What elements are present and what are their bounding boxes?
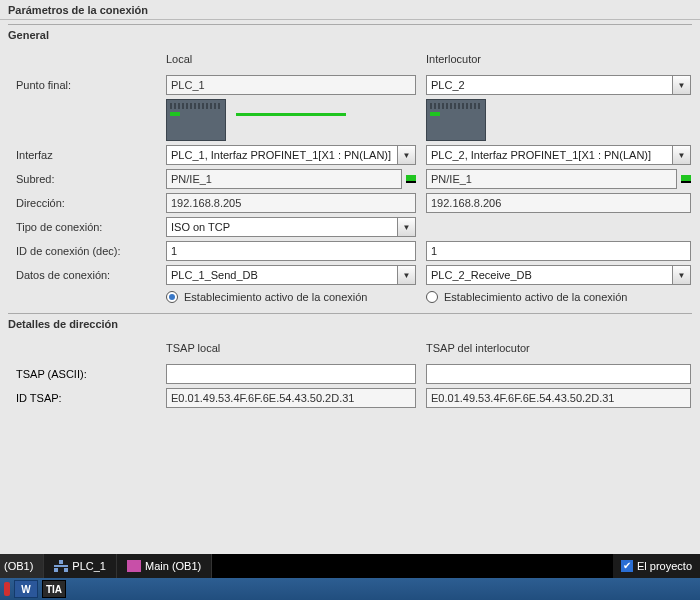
- panel-title: Parámetros de la conexión: [0, 0, 700, 20]
- label-interface: Interfaz: [16, 149, 156, 161]
- partner-device-thumbnail: [426, 99, 486, 141]
- tab-label: PLC_1: [72, 560, 106, 572]
- section-general: General: [8, 24, 692, 45]
- label-conn-type: Tipo de conexión:: [16, 221, 156, 233]
- label-id-tsap: ID TSAP:: [16, 392, 156, 404]
- label-address: Dirección:: [16, 197, 156, 209]
- column-partner-header: Interlocutor: [426, 53, 691, 71]
- local-subnet-field: [166, 169, 402, 189]
- network-indicator-icon: [406, 175, 416, 183]
- chevron-down-icon[interactable]: ▼: [398, 217, 416, 237]
- local-endpoint-field: [166, 75, 416, 95]
- partner-conn-id-field[interactable]: [426, 241, 691, 261]
- partner-active-est-radio[interactable]: [426, 291, 438, 303]
- chevron-down-icon[interactable]: ▼: [398, 265, 416, 285]
- check-icon: ✔: [621, 560, 633, 572]
- chevron-down-icon[interactable]: ▼: [398, 145, 416, 165]
- label-endpoint: Punto final:: [16, 79, 156, 91]
- local-interface-select[interactable]: PLC_1, Interfaz PROFINET_1[X1 : PN(LAN)]: [166, 145, 398, 165]
- status-right: ✔ El proyecto: [613, 554, 700, 578]
- label-conn-id: ID de conexión (dec):: [16, 245, 156, 257]
- tab-ob1-partial[interactable]: (OB1): [0, 554, 44, 578]
- header-tsap-partner: TSAP del interlocutor: [426, 342, 691, 360]
- label-active-est-partner: Establecimiento activo de la conexión: [444, 291, 627, 303]
- local-conn-data-select[interactable]: PLC_1_Send_DB: [166, 265, 398, 285]
- partner-conn-data-select[interactable]: PLC_2_Receive_DB: [426, 265, 673, 285]
- chevron-down-icon[interactable]: ▼: [673, 265, 691, 285]
- partner-subnet-field: [426, 169, 677, 189]
- network-icon: [54, 560, 68, 572]
- tab-plc1[interactable]: PLC_1: [44, 554, 117, 578]
- tab-label: (OB1): [4, 560, 33, 572]
- partner-tsap-ascii-field[interactable]: [426, 364, 691, 384]
- column-local-header: Local: [166, 53, 416, 71]
- block-icon: [127, 560, 141, 572]
- tab-label: Main (OB1): [145, 560, 201, 572]
- local-conn-id-field[interactable]: [166, 241, 416, 261]
- taskbar: W TIA: [0, 578, 700, 600]
- header-tsap-local: TSAP local: [166, 342, 416, 360]
- local-tsap-ascii-field[interactable]: [166, 364, 416, 384]
- taskbar-word-icon[interactable]: W: [14, 580, 38, 598]
- editor-tab-bar: (OB1) PLC_1 Main (OB1) ✔ El proyecto: [0, 554, 700, 578]
- tab-main-ob1[interactable]: Main (OB1): [117, 554, 212, 578]
- chevron-down-icon[interactable]: ▼: [673, 75, 691, 95]
- label-active-est-local: Establecimiento activo de la conexión: [184, 291, 367, 303]
- connection-line-icon: [236, 113, 346, 116]
- chevron-down-icon[interactable]: ▼: [673, 145, 691, 165]
- taskbar-separator-icon: [4, 582, 10, 596]
- label-subnet: Subred:: [16, 173, 156, 185]
- connection-type-select[interactable]: ISO on TCP: [166, 217, 398, 237]
- label-conn-data: Datos de conexión:: [16, 269, 156, 281]
- partner-endpoint-select[interactable]: PLC_2: [426, 75, 673, 95]
- local-id-tsap-field: [166, 388, 416, 408]
- network-indicator-icon: [681, 175, 691, 183]
- local-active-est-radio[interactable]: [166, 291, 178, 303]
- local-device-thumbnail: [166, 99, 226, 141]
- taskbar-tia-icon[interactable]: TIA: [42, 580, 66, 598]
- partner-id-tsap-field: [426, 388, 691, 408]
- label-tsap-ascii: TSAP (ASCII):: [16, 368, 156, 380]
- partner-address-field: [426, 193, 691, 213]
- partner-interface-select[interactable]: PLC_2, Interfaz PROFINET_1[X1 : PN(LAN)]: [426, 145, 673, 165]
- status-text: El proyecto: [637, 560, 692, 572]
- section-address-details: Detalles de dirección: [8, 313, 692, 334]
- local-address-field: [166, 193, 416, 213]
